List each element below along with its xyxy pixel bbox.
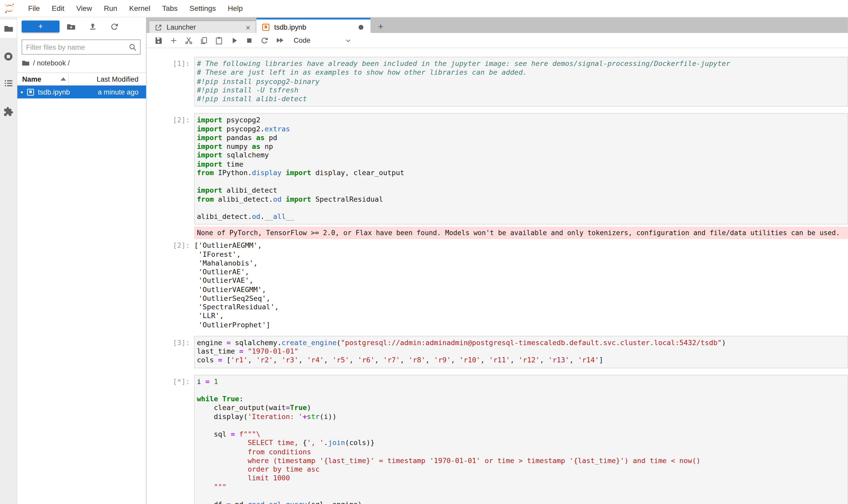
breadcrumb-path[interactable]: / notebook / — [33, 59, 70, 67]
dock-tab-bar: Launcher × tsdb.ipynb + — [146, 17, 848, 33]
launcher-icon — [155, 23, 162, 31]
run-cell-button[interactable] — [227, 34, 242, 47]
menu-bar: File Edit View Run Kernel Tabs Settings … — [0, 0, 848, 17]
tab-launcher[interactable]: Launcher × — [149, 21, 256, 34]
code-cell-1: [1]: # The following libraries have alre… — [146, 57, 848, 107]
refresh-icon[interactable] — [110, 22, 119, 32]
notebook-toolbar: Code — [146, 33, 848, 48]
notebook-scroll-area[interactable]: [1]: # The following libraries have alre… — [146, 48, 848, 504]
tab-label: tsdb.ipynb — [274, 23, 306, 31]
puzzle-icon — [3, 106, 14, 117]
cell-type-select[interactable]: Code — [293, 36, 352, 44]
execution-prompt-running: [*]: — [146, 375, 194, 504]
tab-label: Launcher — [167, 23, 196, 32]
filter-files-box — [22, 39, 141, 55]
search-icon — [129, 43, 137, 51]
save-button[interactable] — [151, 34, 166, 47]
menu-run[interactable]: Run — [98, 4, 123, 13]
execution-prompt: [1]: — [146, 57, 194, 107]
main-dock-panel: Launcher × tsdb.ipynb + — [146, 17, 848, 504]
close-tab-icon[interactable]: × — [246, 23, 250, 32]
output-text: ['OutlierAEGMM', 'IForest', 'Mahalanobis… — [194, 241, 848, 329]
cell-output: [2]: ['OutlierAEGMM', 'IForest', 'Mahala… — [146, 241, 848, 329]
new-launcher-button[interactable]: + — [22, 21, 59, 33]
unsaved-changes-dot — [359, 25, 363, 30]
breadcrumb: / notebook / — [22, 58, 70, 68]
notebook-icon — [261, 23, 270, 31]
column-header-name[interactable]: Name — [22, 75, 41, 84]
restart-kernel-button[interactable] — [257, 34, 272, 47]
tab-tsdb-notebook[interactable]: tsdb.ipynb — [256, 18, 370, 35]
menu-settings[interactable]: Settings — [184, 4, 222, 13]
sidebar-tab-running-sessions[interactable] — [0, 47, 17, 66]
interrupt-kernel-button[interactable] — [242, 34, 257, 47]
add-cell-button[interactable] — [166, 34, 181, 47]
menu-help[interactable]: Help — [222, 4, 249, 13]
code-cell-2: [2]: import psycopg2import psycopg2.extr… — [146, 113, 848, 329]
list-icon — [4, 78, 13, 88]
code-editor-2[interactable]: import psycopg2import psycopg2.extrasimp… — [194, 113, 848, 224]
notebook-file-icon — [26, 88, 35, 96]
menu-edit[interactable]: Edit — [46, 4, 70, 13]
execution-prompt: [2]: — [146, 113, 194, 224]
folder-icon — [4, 24, 13, 34]
new-folder-icon[interactable] — [67, 22, 76, 32]
open-file-bullet: • — [21, 88, 25, 96]
filter-files-input[interactable] — [22, 43, 129, 51]
sidebar-tab-table-of-contents[interactable] — [0, 74, 17, 92]
jupyter-logo-icon — [4, 3, 15, 14]
sort-ascending-icon — [60, 77, 66, 80]
stop-circle-icon — [3, 51, 14, 61]
file-name: tsdb.ipynb — [38, 88, 70, 96]
code-editor-1[interactable]: # The following libraries have already b… — [194, 57, 848, 107]
code-editor-4[interactable]: i = 1 while True: clear_output(wait=True… — [194, 375, 848, 504]
file-browser-panel: + / notebook / Name Last Modified — [17, 17, 146, 504]
menu-view[interactable]: View — [70, 4, 98, 13]
menu-kernel[interactable]: Kernel — [123, 4, 156, 13]
menu-tabs[interactable]: Tabs — [156, 4, 184, 13]
jupyterlab-window: File Edit View Run Kernel Tabs Settings … — [0, 0, 848, 504]
cut-cells-button[interactable] — [181, 34, 196, 47]
file-list-header: Name Last Modified — [17, 72, 146, 86]
paste-cells-button[interactable] — [212, 34, 227, 47]
upload-icon[interactable] — [88, 22, 97, 32]
file-modified: a minute ago — [98, 88, 139, 96]
restart-run-all-button[interactable] — [272, 34, 287, 47]
home-folder-icon[interactable] — [22, 59, 30, 67]
column-divider — [68, 74, 69, 85]
sidebar-icon-strip — [0, 17, 17, 504]
new-tab-button[interactable]: + — [374, 21, 388, 33]
copy-cells-button[interactable] — [196, 34, 212, 47]
sidebar-tab-filebrowser[interactable] — [0, 20, 17, 38]
code-editor-3[interactable]: engine = sqlalchemy.create_engine("postg… — [194, 336, 848, 368]
code-cell-3: [3]: engine = sqlalchemy.create_engine("… — [146, 336, 848, 368]
file-row-tsdb-ipynb[interactable]: • tsdb.ipynb a minute ago — [17, 86, 146, 98]
sidebar-tab-extensions[interactable] — [0, 102, 17, 121]
execution-prompt: [3]: — [146, 336, 194, 368]
output-prompt: [2]: — [146, 241, 194, 329]
code-cell-4: [*]: i = 1 while True: clear_output(wait… — [146, 375, 848, 504]
cell-type-value: Code — [293, 36, 310, 44]
menu-file[interactable]: File — [22, 4, 46, 13]
chevron-down-icon — [345, 37, 352, 44]
stderr-output: None of PyTorch, TensorFlow >= 2.0, or F… — [194, 227, 848, 239]
column-header-last-modified[interactable]: Last Modified — [96, 75, 138, 84]
